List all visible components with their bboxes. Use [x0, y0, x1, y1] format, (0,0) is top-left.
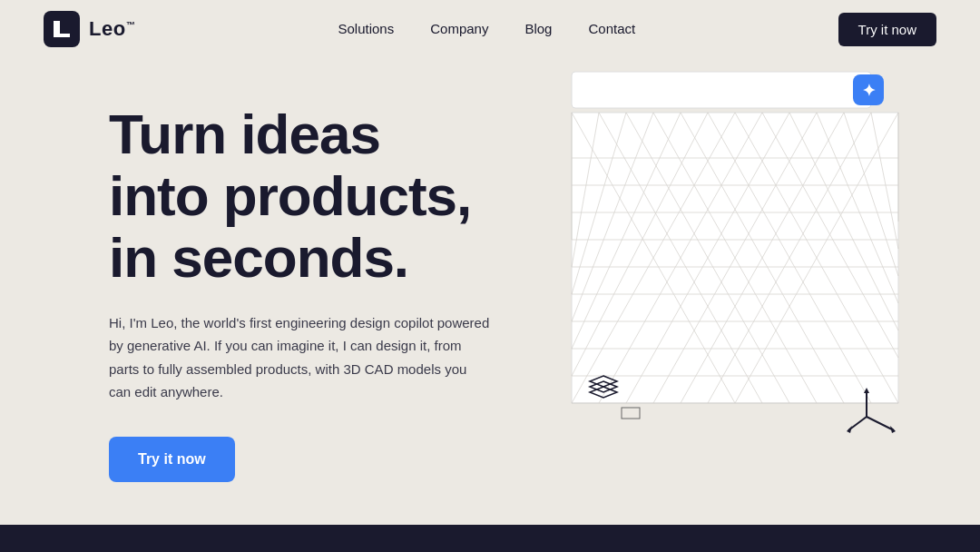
svg-rect-44 [622, 408, 640, 419]
cad-grid-svg: ✦ [544, 67, 926, 448]
nav-item-contact[interactable]: Contact [588, 21, 635, 37]
bottom-bar [0, 525, 980, 552]
nav-item-solutions[interactable]: Solutions [338, 21, 395, 37]
svg-text:✦: ✦ [862, 82, 876, 100]
nav-link-company[interactable]: Company [430, 21, 488, 36]
logo-text: Leo™ [89, 17, 135, 41]
hero-subtitle: Hi, I'm Leo, the world's first engineeri… [109, 311, 490, 404]
hero-cta-button[interactable]: Try it now [109, 437, 235, 482]
hero-title-line1: Turn ideas [109, 103, 380, 165]
svg-rect-0 [572, 72, 871, 108]
nav-link-contact[interactable]: Contact [588, 21, 635, 36]
nav-item-company[interactable]: Company [430, 21, 488, 37]
svg-line-46 [867, 417, 894, 430]
nav-links: Solutions Company Blog Contact [338, 21, 636, 37]
navbar: Leo™ Solutions Company Blog Contact Try … [0, 0, 980, 58]
nav-item-blog[interactable]: Blog [524, 21, 552, 37]
hero-content: Turn ideas into products, in seconds. Hi… [109, 85, 544, 482]
logo-svg [51, 18, 73, 40]
logo[interactable]: Leo™ [44, 11, 135, 47]
nav-link-blog[interactable]: Blog [524, 21, 552, 36]
svg-marker-50 [847, 426, 852, 433]
logo-icon [44, 11, 80, 47]
hero-title: Turn ideas into products, in seconds. [109, 104, 544, 290]
hero-title-line2: into products, [109, 164, 471, 227]
hero-title-line3: in seconds. [109, 226, 408, 289]
nav-cta-button[interactable]: Try it now [838, 13, 936, 46]
nav-link-solutions[interactable]: Solutions [338, 21, 395, 36]
cad-illustration: ✦ [544, 67, 926, 448]
hero-section: Turn ideas into products, in seconds. Hi… [0, 58, 980, 525]
